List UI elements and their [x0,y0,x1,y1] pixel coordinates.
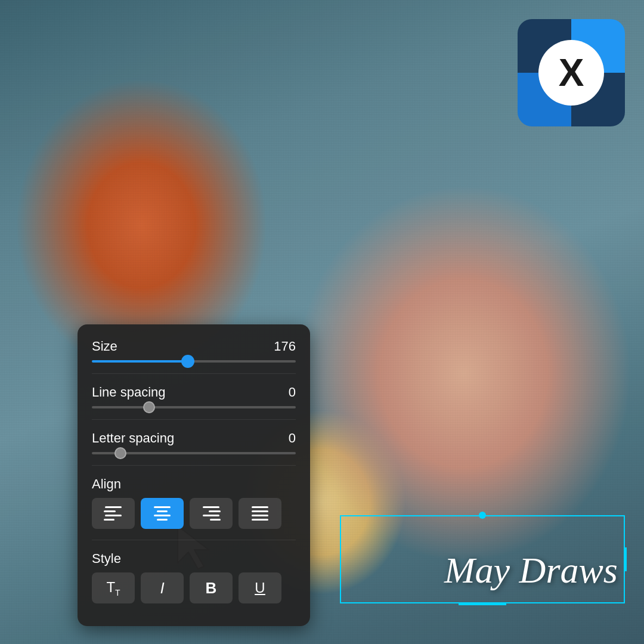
style-italic-button[interactable]: I [141,572,184,603]
style-row: Style TT I B U [92,551,296,603]
style-underline-button[interactable]: U [239,572,281,603]
letter-spacing-slider-track[interactable] [92,452,296,454]
logo-letter: X [559,54,584,92]
style-bold-button[interactable]: B [190,572,233,603]
align-row: Align [92,476,296,529]
align-right-icon [202,506,221,521]
style-tt-button[interactable]: TT [92,572,135,603]
logo-circle: X [538,40,604,106]
line-spacing-slider-thumb[interactable] [143,401,155,413]
logo-background: X [518,19,625,126]
app-logo[interactable]: X [518,19,625,126]
letter-spacing-label: Letter spacing [92,431,174,446]
size-label: Size [92,339,117,354]
letter-spacing-slider-thumb[interactable] [114,447,126,459]
size-value: 176 [274,339,296,354]
align-justify-button[interactable] [239,498,281,529]
align-center-icon [153,506,172,521]
style-tt-icon: TT [106,579,120,597]
align-center-button[interactable] [141,498,184,529]
text-properties-panel: Size 176 Line spacing 0 Letter spacing 0 [78,324,310,626]
divider-1 [92,373,296,374]
align-label: Align [92,476,121,491]
align-right-button[interactable] [190,498,233,529]
line-spacing-value: 0 [289,385,296,400]
style-label: Style [92,551,121,566]
align-justify-icon [250,506,270,521]
size-slider-thumb[interactable] [181,355,194,368]
divider-2 [92,419,296,420]
line-spacing-row: Line spacing 0 [92,385,296,408]
letter-spacing-row: Letter spacing 0 [92,431,296,454]
divider-3 [92,465,296,466]
line-spacing-label: Line spacing [92,385,166,400]
selection-handle-right[interactable] [624,547,627,571]
text-element[interactable]: May Draws [444,549,618,592]
style-underline-icon: U [255,580,265,596]
align-left-icon [104,506,123,521]
style-bold-icon: B [206,579,217,597]
divider-4 [92,540,296,540]
style-italic-icon: I [160,579,164,597]
selection-handle-top[interactable] [479,512,486,519]
line-spacing-slider-track[interactable] [92,406,296,408]
align-left-button[interactable] [92,498,135,529]
letter-spacing-value: 0 [289,431,296,446]
selection-handle-bottom[interactable] [459,603,506,605]
size-slider-track[interactable] [92,360,296,363]
size-row: Size 176 [92,339,296,363]
canvas: X May Draws Size 176 [0,0,644,644]
